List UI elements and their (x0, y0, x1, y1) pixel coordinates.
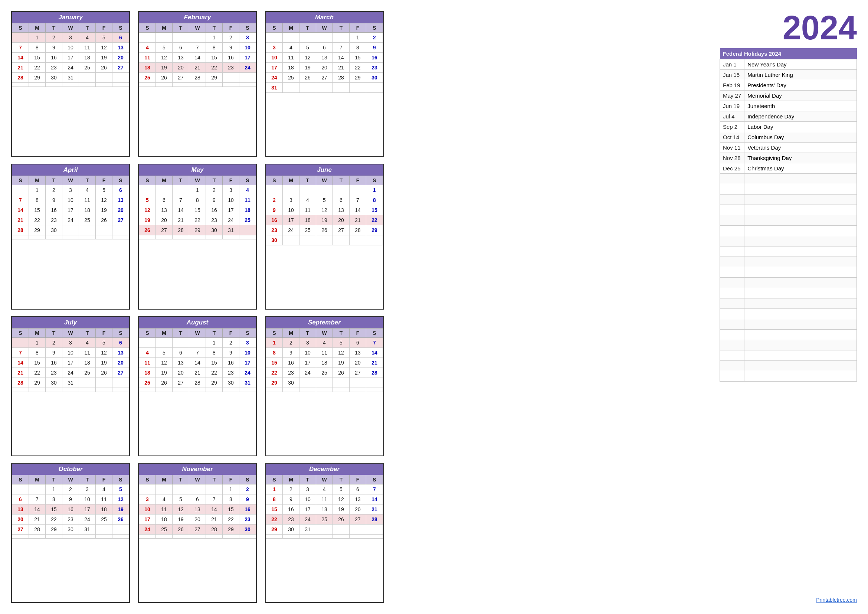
calendar-day: 4 (299, 195, 316, 205)
day-header: F (223, 176, 239, 185)
month-table-january: SMTWTFS123456789101112131415161718192021… (12, 23, 129, 87)
calendar-day (156, 33, 172, 43)
day-header: M (283, 176, 299, 185)
calendar-day: 15 (29, 205, 46, 215)
day-header: T (79, 475, 96, 484)
day-header: M (156, 475, 172, 484)
calendar-day: 7 (206, 495, 223, 504)
calendar-day (189, 83, 206, 87)
day-header: M (156, 176, 172, 185)
empty-row-cell (720, 361, 744, 371)
calendar-day (112, 535, 129, 539)
calendar-day (223, 73, 239, 83)
calendar-day: 3 (239, 33, 256, 43)
calendar-day: 13 (112, 348, 129, 358)
calendar-day (266, 535, 283, 539)
calendar-day: 9 (283, 348, 299, 358)
calendar-day (366, 535, 383, 539)
calendar-day: 10 (139, 504, 156, 515)
day-header: W (316, 176, 333, 185)
calendar-day: 11 (299, 205, 316, 215)
empty-row-cell (744, 247, 857, 257)
calendar-day: 13 (172, 358, 189, 368)
day-header: T (299, 475, 316, 484)
calendar-day: 4 (316, 484, 333, 495)
calendar-day: 8 (189, 195, 206, 205)
calendar-day: 29 (206, 378, 223, 388)
calendar-day: 12 (333, 348, 350, 358)
calendar-day (12, 236, 29, 239)
holiday-name: New Year's Day (744, 59, 857, 70)
day-header: S (139, 176, 156, 185)
empty-row-cell (744, 205, 857, 215)
calendar-day: 3 (62, 33, 79, 43)
calendar-day: 17 (239, 358, 256, 368)
holiday-date: Jan 15 (720, 70, 744, 80)
calendar-day (12, 33, 29, 43)
calendar-day: 29 (206, 73, 223, 83)
calendar-day: 2 (46, 33, 62, 43)
calendar-day: 14 (12, 358, 29, 368)
holiday-name: Presidents' Day (744, 80, 857, 91)
day-header: S (239, 329, 256, 338)
calendar-day (366, 83, 383, 93)
holiday-name: Labor Day (744, 122, 857, 132)
calendar-day (189, 338, 206, 348)
empty-row-cell (744, 319, 857, 330)
calendar-day: 25 (79, 368, 96, 378)
day-header: S (112, 329, 129, 338)
day-header: T (46, 329, 62, 338)
calendar-day: 23 (62, 515, 79, 524)
calendar-day: 4 (79, 185, 96, 195)
month-table-august: SMTWTFS123456789101112131415161718192021… (139, 328, 256, 392)
holidays-table: Federal Holidays 2024 Jan 1New Year's Da… (719, 48, 857, 381)
calendar-day (239, 236, 256, 239)
calendar-day: 8 (266, 348, 283, 358)
calendar-day (12, 83, 29, 87)
calendar-day (96, 535, 112, 539)
calendar-day: 30 (366, 73, 383, 83)
day-header: M (283, 475, 299, 484)
month-header-february: February (139, 12, 256, 23)
calendar-day (62, 236, 79, 239)
footer-link[interactable]: Printabletree.com (719, 589, 857, 603)
holiday-name: Veterans Day (744, 143, 857, 153)
calendar-day (79, 535, 96, 539)
holiday-date: Dec 25 (720, 163, 744, 174)
calendar-day: 13 (12, 504, 29, 515)
month-header-august: August (139, 317, 256, 328)
day-header: T (299, 23, 316, 33)
calendar-day: 14 (12, 205, 29, 215)
calendar-day: 14 (12, 53, 29, 63)
calendar-day (189, 535, 206, 539)
calendar-day: 1 (29, 33, 46, 43)
calendar-day: 12 (316, 205, 333, 215)
calendar-day: 11 (139, 53, 156, 63)
day-header: W (189, 176, 206, 185)
calendar-day: 8 (46, 495, 62, 504)
calendar-day: 20 (350, 504, 366, 515)
month-july: JulySMTWTFS12345678910111213141516171819… (11, 316, 130, 456)
calendar-day (96, 73, 112, 83)
calendar-day: 3 (283, 195, 299, 205)
calendar-day: 2 (283, 338, 299, 348)
calendar-day (29, 83, 46, 87)
calendar-day: 12 (139, 205, 156, 215)
calendar-day: 31 (223, 225, 239, 236)
calendar-day: 17 (299, 358, 316, 368)
calendar-day (139, 185, 156, 195)
calendar-day: 28 (189, 378, 206, 388)
calendar-day (29, 388, 46, 392)
calendar-day: 24 (79, 515, 96, 524)
day-header: S (139, 475, 156, 484)
calendar-day: 29 (223, 524, 239, 535)
calendar-day (350, 535, 366, 539)
calendar-day: 17 (62, 53, 79, 63)
month-june: JuneSMTWTFS12345678910111213141516171819… (265, 164, 384, 310)
calendar-day: 9 (46, 348, 62, 358)
calendar-day: 6 (112, 338, 129, 348)
calendar-day: 9 (62, 495, 79, 504)
calendar-day: 14 (29, 504, 46, 515)
empty-row-cell (720, 194, 744, 205)
holiday-date: Nov 28 (720, 153, 744, 163)
